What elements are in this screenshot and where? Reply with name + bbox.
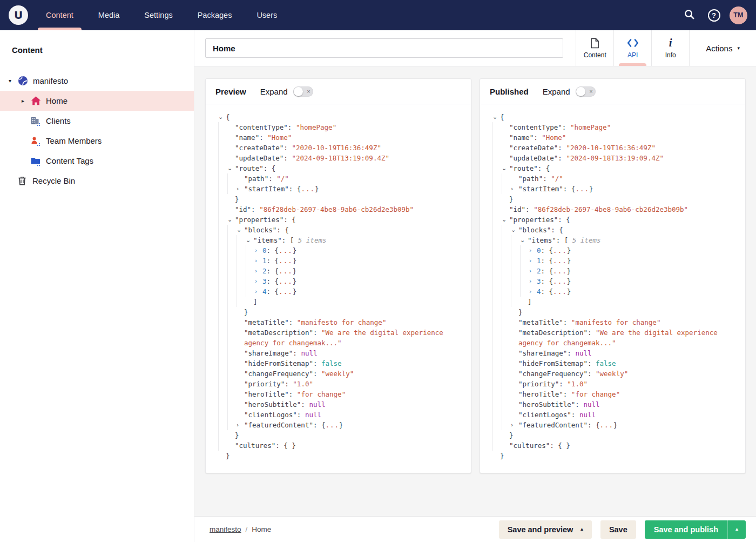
indent-guide (218, 215, 227, 225)
expand-caret-icon[interactable]: › (529, 245, 537, 256)
indent-guide (511, 297, 520, 307)
indent-guide (511, 276, 520, 286)
collapse-caret-icon[interactable]: ⌄ (502, 163, 509, 173)
save-button[interactable]: Save (600, 520, 636, 539)
api-workspace: Preview Expand × ⌄{"contentType": "homeP… (194, 66, 756, 516)
indent-guide (492, 327, 502, 348)
json-line-text: "route": { (235, 163, 463, 173)
json-line: "id": "86f28deb-2697-4be8-9ab6-cb26d2e3b… (213, 204, 463, 215)
nav-tab-media[interactable]: Media (93, 0, 125, 30)
json-line-text: "heroSubtitle": null (244, 399, 463, 410)
publish-options-caret-button[interactable]: ▴ (727, 520, 746, 539)
json-line: "metaDescription": "We are the digital e… (488, 327, 738, 348)
expand-caret-icon[interactable]: › (237, 420, 244, 430)
expand-caret-icon[interactable]: › (529, 286, 537, 297)
tree-item-content-tags[interactable]: Content Tags (0, 151, 194, 171)
indent-guide (492, 297, 502, 307)
expand-caret-icon[interactable]: › (511, 420, 518, 430)
json-line: "clientLogos": null (213, 410, 463, 420)
nav-tab-content[interactable]: Content (41, 0, 78, 30)
user-avatar[interactable]: TM (730, 6, 747, 24)
collapse-caret-icon[interactable]: ⌄ (246, 235, 253, 245)
expand-caret-icon[interactable]: › (255, 276, 262, 286)
indent-guide (227, 245, 237, 256)
json-line: "priority": "1.0" (488, 379, 738, 389)
collapse-caret-icon[interactable]: ⌄ (227, 163, 235, 173)
actions-button[interactable]: Actions ▾ (689, 30, 756, 66)
tree-item-recycle-bin[interactable]: Recycle Bin (0, 171, 194, 191)
expand-caret-icon[interactable]: › (529, 266, 537, 276)
indent-guide (502, 410, 511, 420)
indent-guide (227, 410, 237, 420)
json-line: ⌄"items": [ 5 items (488, 235, 738, 245)
json-line: "metaDescription": "We are the digital e… (213, 327, 463, 348)
breadcrumb-link-manifesto[interactable]: manifesto (210, 525, 241, 533)
indent-guide (227, 379, 237, 389)
json-line: "cultures": { } (213, 440, 463, 451)
indent-guide (502, 327, 511, 348)
json-line: "name": "Home" (213, 132, 463, 143)
actions-label: Actions (706, 44, 732, 53)
indent-guide (218, 379, 227, 389)
tree-item-team-members[interactable]: Team Members (0, 131, 194, 151)
nav-tab-settings[interactable]: Settings (139, 0, 177, 30)
expand-toggle[interactable]: × (293, 86, 313, 97)
collapse-caret-icon[interactable]: ⌄ (511, 225, 518, 235)
nav-tab-users[interactable]: Users (252, 0, 282, 30)
indent-guide (492, 184, 502, 194)
collapse-caret-icon[interactable]: ⌄ (520, 235, 528, 245)
json-line-text: "heroSubtitle": null (518, 399, 738, 410)
expand-caret-icon[interactable]: › (237, 184, 244, 194)
tab-api[interactable]: API (613, 30, 651, 66)
search-button[interactable] (680, 6, 698, 24)
indent-guide (218, 327, 227, 348)
tree-item-clients[interactable]: Clients (0, 111, 194, 131)
save-and-publish-label: Save and publish (645, 520, 727, 539)
json-line-text: "hideFromSitemap": false (244, 358, 463, 369)
expand-caret-icon[interactable]: › (255, 256, 262, 266)
caret-down-icon[interactable]: ▾ (9, 78, 16, 84)
json-line-text: "updateDate": "2024-09-18T13:19:09.4Z" (509, 153, 738, 163)
json-line-text: "id": "86f28deb-2697-4be8-9ab6-cb26d2e3b… (235, 204, 463, 215)
help-button[interactable]: ? (705, 6, 723, 24)
umbraco-logo[interactable]: U (9, 5, 28, 25)
json-line-text: 4: {...} (537, 286, 738, 297)
json-line-text: "path": "/" (518, 173, 738, 184)
sidebar-heading: Content (12, 45, 194, 55)
expand-caret-icon[interactable]: › (529, 256, 537, 266)
indent-guide (511, 235, 520, 245)
expand-toggle[interactable]: × (576, 86, 596, 97)
collapse-caret-icon[interactable]: ⌄ (492, 112, 500, 122)
json-line: "cultures": { } (488, 440, 738, 451)
collapse-caret-icon[interactable]: ⌄ (502, 215, 509, 225)
expand-caret-icon[interactable]: › (529, 276, 537, 286)
json-line: ›3: {...} (488, 276, 738, 286)
indent-guide (492, 286, 502, 297)
nav-tab-packages[interactable]: Packages (193, 0, 237, 30)
expand-caret-icon[interactable]: › (255, 245, 262, 256)
caret-up-icon[interactable]: ▴ (580, 527, 583, 532)
json-line: ⌄"blocks": { (213, 225, 463, 235)
tab-info[interactable]: i Info (651, 30, 689, 66)
save-and-publish-button[interactable]: Save and publish ▴ (645, 520, 746, 539)
collapse-caret-icon[interactable]: ⌄ (227, 215, 235, 225)
indent-guide (492, 225, 502, 235)
tree-item-manifesto[interactable]: ▾ manifesto (0, 71, 194, 91)
indent-guide (492, 389, 502, 399)
json-line-text: "properties": { (509, 215, 738, 225)
json-line-text: "path": "/" (244, 173, 463, 184)
collapse-caret-icon[interactable]: ⌄ (218, 112, 226, 122)
save-and-preview-button[interactable]: Save and preview ▴ (499, 520, 592, 539)
indent-guide (502, 245, 511, 256)
tab-content[interactable]: Content (576, 30, 613, 66)
collapse-caret-icon[interactable]: ⌄ (237, 225, 244, 235)
expand-caret-icon[interactable]: › (255, 266, 262, 276)
json-line-text: "changeFrequency": "weekly" (244, 369, 463, 379)
json-line: ⌄"blocks": { (488, 225, 738, 235)
expand-caret-icon[interactable]: › (255, 286, 262, 297)
caret-right-icon[interactable]: ▸ (22, 98, 29, 104)
tree-item-home[interactable]: ▸ Home (0, 91, 194, 111)
expand-caret-icon[interactable]: › (511, 184, 518, 194)
tree-item-label: Content Tags (46, 156, 93, 165)
content-name-input[interactable] (205, 38, 563, 58)
